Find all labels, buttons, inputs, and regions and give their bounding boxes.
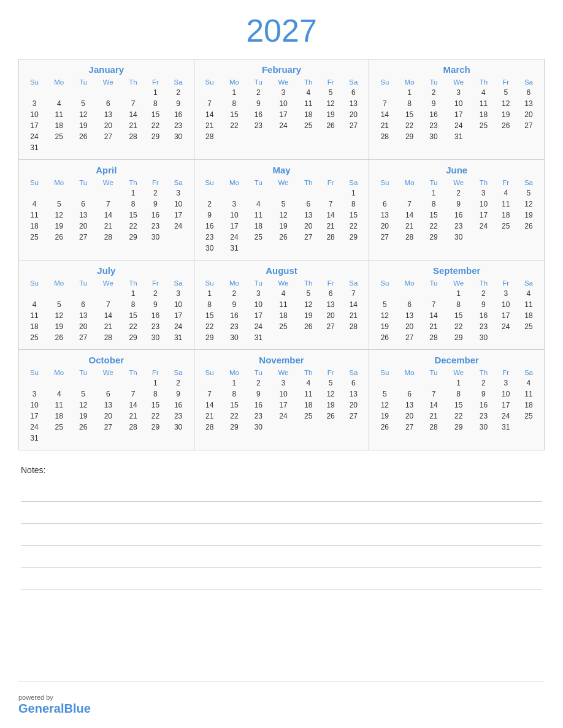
day-cell: 1 xyxy=(445,288,472,299)
day-header: We xyxy=(94,368,122,377)
day-cell: 28 xyxy=(122,131,144,142)
day-cell: 16 xyxy=(247,109,269,120)
day-cell: 2 xyxy=(472,288,494,299)
day-header: Mo xyxy=(221,278,248,288)
day-cell xyxy=(269,243,297,254)
month-name: February xyxy=(198,64,366,75)
notes-line[interactable] xyxy=(21,524,542,546)
notes-line[interactable] xyxy=(21,546,542,568)
day-cell xyxy=(72,142,94,153)
day-cell xyxy=(517,422,540,433)
day-cell xyxy=(122,433,144,444)
day-header: Su xyxy=(23,77,46,87)
day-cell: 24 xyxy=(269,411,297,422)
day-cell: 27 xyxy=(320,321,342,332)
day-cell: 22 xyxy=(423,221,445,232)
day-cell: 13 xyxy=(342,98,365,109)
day-cell: 25 xyxy=(495,221,517,232)
day-cell: 7 xyxy=(122,98,144,109)
day-header: Sa xyxy=(342,178,365,188)
day-header: Th xyxy=(122,178,144,188)
day-cell: 28 xyxy=(94,232,122,243)
day-cell: 23 xyxy=(167,411,190,422)
day-cell: 26 xyxy=(72,131,94,142)
month-table: SuMoTuWeThFrSa12345678910111213141516171… xyxy=(198,77,366,142)
day-cell: 9 xyxy=(247,98,269,109)
day-header: Th xyxy=(122,368,144,377)
day-cell xyxy=(221,131,248,142)
week-row: 45678910 xyxy=(23,299,190,310)
day-cell: 25 xyxy=(297,411,320,422)
day-cell: 6 xyxy=(94,98,122,109)
day-cell: 18 xyxy=(247,221,269,232)
day-cell: 17 xyxy=(247,310,269,321)
day-cell: 22 xyxy=(445,411,472,422)
day-cell: 26 xyxy=(46,232,72,243)
day-cell: 16 xyxy=(198,221,221,232)
notes-line[interactable] xyxy=(21,502,542,524)
day-cell xyxy=(342,422,365,433)
day-header: Th xyxy=(122,278,144,288)
month-block-july: JulySuMoTuWeThFrSa1234567891011121314151… xyxy=(19,260,194,350)
day-cell: 26 xyxy=(297,321,320,332)
day-header: Su xyxy=(23,178,46,188)
day-cell xyxy=(342,131,365,142)
day-cell: 18 xyxy=(517,310,540,321)
day-cell: 29 xyxy=(144,422,166,433)
day-header: Fr xyxy=(144,178,166,188)
day-cell xyxy=(72,377,94,389)
day-cell: 10 xyxy=(23,109,46,120)
day-cell: 8 xyxy=(221,389,248,400)
day-cell: 18 xyxy=(495,210,517,221)
day-cell: 9 xyxy=(445,199,472,210)
month-block-november: NovemberSuMoTuWeThFrSa123456789101112131… xyxy=(194,350,370,450)
day-cell: 24 xyxy=(23,131,46,142)
week-row: 18192021222324 xyxy=(23,321,190,332)
day-cell xyxy=(94,188,122,199)
day-cell: 15 xyxy=(221,400,248,411)
day-cell: 6 xyxy=(342,87,365,98)
day-cell: 19 xyxy=(72,411,94,422)
day-cell xyxy=(94,377,122,389)
day-cell: 2 xyxy=(198,199,221,210)
month-block-september: SeptemberSuMoTuWeThFrSa12345678910111213… xyxy=(369,260,545,350)
day-cell: 5 xyxy=(46,199,72,210)
day-cell xyxy=(46,142,72,153)
day-cell: 25 xyxy=(46,422,72,433)
day-cell: 16 xyxy=(144,310,166,321)
day-cell: 29 xyxy=(396,131,423,142)
day-cell: 30 xyxy=(472,332,494,343)
day-cell xyxy=(297,332,320,343)
day-cell: 10 xyxy=(495,389,517,400)
footer-brand: GeneralBlue xyxy=(18,702,91,716)
week-row: 17181920212223 xyxy=(23,411,190,422)
week-row: 1234 xyxy=(373,377,540,389)
notes-line[interactable] xyxy=(21,480,542,502)
day-cell: 30 xyxy=(167,131,190,142)
day-cell: 29 xyxy=(342,232,365,243)
day-cell: 6 xyxy=(373,199,396,210)
day-cell: 4 xyxy=(46,98,72,109)
week-row: 78910111213 xyxy=(198,98,366,109)
day-cell: 14 xyxy=(94,210,122,221)
day-cell xyxy=(342,243,365,254)
day-cell: 17 xyxy=(445,109,472,120)
day-cell xyxy=(297,188,320,199)
day-cell: 13 xyxy=(396,400,423,411)
week-row: 10111213141516 xyxy=(23,109,190,120)
day-cell: 28 xyxy=(373,131,396,142)
year-title: 2027 xyxy=(18,12,545,49)
week-row: 31 xyxy=(23,142,190,153)
week-row: 3456789 xyxy=(23,389,190,400)
day-cell: 23 xyxy=(144,321,166,332)
day-cell xyxy=(221,188,248,199)
day-cell: 2 xyxy=(167,377,190,389)
day-cell: 22 xyxy=(144,411,166,422)
day-header: Su xyxy=(373,178,396,188)
notes-line[interactable] xyxy=(21,568,542,590)
day-cell: 26 xyxy=(517,221,540,232)
week-row: 12131415161718 xyxy=(373,400,540,411)
day-cell: 15 xyxy=(122,310,144,321)
day-cell: 24 xyxy=(445,120,472,131)
day-cell xyxy=(247,188,269,199)
